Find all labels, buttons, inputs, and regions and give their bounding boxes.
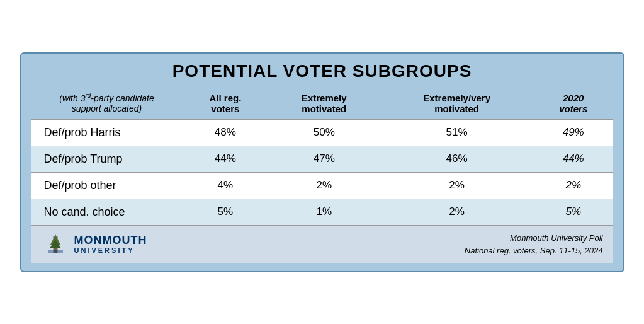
footer-logo: MONMOUTH UNIVERSITY	[31, 225, 269, 263]
monmouth-logo-icon	[42, 231, 69, 258]
poll-line1: Monmouth University Poll	[510, 233, 602, 243]
nocand-2020: 5%	[534, 199, 613, 225]
harris-extremely: 50%	[268, 119, 380, 146]
table-row: Def/prob Trump 44% 47% 46% 44%	[31, 146, 613, 172]
harris-2020: 49%	[534, 119, 613, 146]
header-col2: Extremelymotivated	[268, 88, 380, 120]
logo-text: MONMOUTH UNIVERSITY	[74, 234, 147, 255]
other-extremely: 2%	[268, 172, 380, 199]
nocand-all-reg: 5%	[183, 199, 269, 225]
nocand-ext-very: 2%	[380, 199, 534, 225]
other-ext-very: 2%	[380, 172, 534, 199]
other-2020: 2%	[534, 172, 613, 199]
table-row: Def/prob Harris 48% 50% 51% 49%	[31, 119, 613, 146]
row-label-other: Def/prob other	[31, 172, 183, 199]
other-all-reg: 4%	[183, 172, 269, 199]
footer-poll-info: Monmouth University Poll National reg. v…	[268, 225, 613, 263]
header-col1: All reg.voters	[183, 88, 269, 120]
card-title: POTENTIAL VOTER SUBGROUPS	[31, 61, 613, 81]
logo-university: UNIVERSITY	[74, 246, 147, 254]
header-col3: Extremely/verymotivated	[380, 88, 534, 120]
trump-all-reg: 44%	[183, 146, 269, 172]
nocand-extremely: 1%	[268, 199, 380, 225]
logo-container: MONMOUTH UNIVERSITY	[42, 231, 259, 258]
header-col4: 2020voters	[534, 88, 613, 120]
table-row: Def/prob other 4% 2% 2% 2%	[31, 172, 613, 199]
row-label-trump: Def/prob Trump	[31, 146, 183, 172]
row-label-harris: Def/prob Harris	[31, 119, 183, 146]
card: POTENTIAL VOTER SUBGROUPS (with 3rd-part…	[20, 52, 624, 272]
logo-monmouth: MONMOUTH	[74, 234, 147, 247]
subtitle-text: (with 3rd-party candidatesupport allocat…	[59, 93, 154, 113]
footer-row: MONMOUTH UNIVERSITY Monmouth University …	[31, 225, 613, 263]
header-row: (with 3rd-party candidatesupport allocat…	[31, 88, 613, 120]
harris-ext-very: 51%	[380, 119, 534, 146]
header-subtitle: (with 3rd-party candidatesupport allocat…	[31, 88, 183, 120]
poll-line2: National reg. voters, Sep. 11-15, 2024	[465, 246, 603, 255]
row-label-nocand: No cand. choice	[31, 199, 183, 225]
harris-all-reg: 48%	[183, 119, 269, 146]
table-row: No cand. choice 5% 1% 2% 5%	[31, 199, 613, 225]
trump-extremely: 47%	[268, 146, 380, 172]
trump-ext-very: 46%	[380, 146, 534, 172]
svg-rect-5	[48, 250, 63, 253]
main-table: (with 3rd-party candidatesupport allocat…	[31, 88, 613, 263]
trump-2020: 44%	[534, 146, 613, 172]
